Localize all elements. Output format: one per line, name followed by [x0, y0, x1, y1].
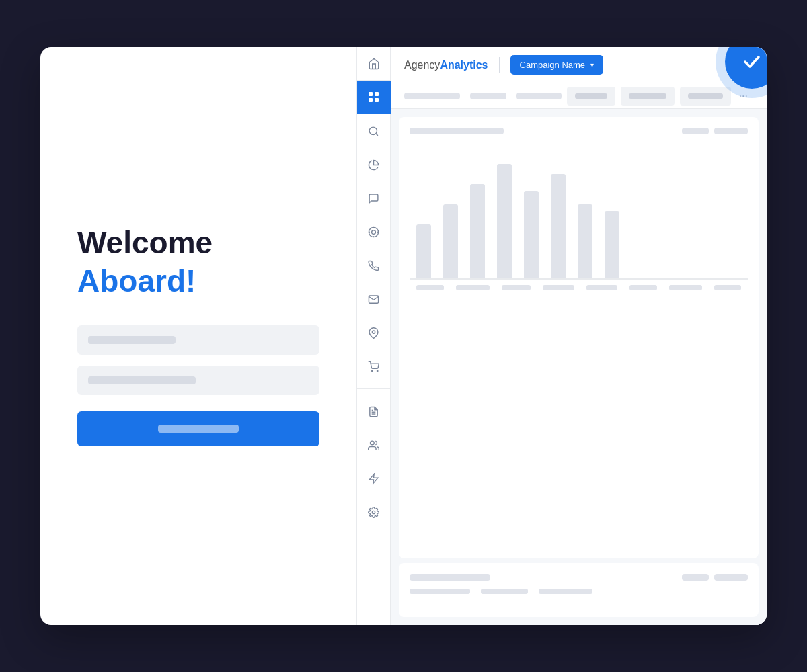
chart-label-7 [669, 285, 702, 290]
chart-label-5 [586, 285, 617, 290]
bar-1a [416, 224, 431, 278]
sidebar [357, 47, 391, 625]
bar-chart [410, 145, 748, 280]
nav-skeleton-2 [470, 93, 506, 99]
bar-group-7 [578, 204, 592, 278]
logo: AgencyAnalytics [404, 59, 488, 71]
bottom-card [399, 563, 759, 617]
svg-line-5 [376, 133, 378, 135]
chart-label-8 [714, 285, 741, 290]
nav-tab-2[interactable] [621, 87, 675, 106]
bar-7a [578, 204, 592, 278]
app-frame: AgencyAnalytics Campaign Name ▾ [357, 47, 767, 625]
main-card: Welcome Aboard! [40, 47, 767, 625]
svg-marker-18 [369, 474, 378, 483]
svg-point-6 [369, 227, 378, 237]
right-panel: AgencyAnalytics Campaign Name ▾ [356, 47, 767, 625]
bar-4a [497, 164, 512, 278]
sidebar-icon-settings[interactable] [357, 495, 391, 529]
bar-group-6 [551, 174, 566, 278]
chart-label-3 [502, 285, 531, 290]
campaign-button[interactable]: Campaign Name ▾ [510, 55, 604, 75]
bottom-card-header [410, 574, 748, 581]
chart-title-skeleton [410, 128, 504, 134]
bar-2a [443, 204, 458, 278]
svg-rect-0 [369, 92, 373, 96]
sidebar-icon-reports[interactable] [357, 148, 391, 181]
bottom-title-skeleton [410, 574, 490, 581]
nav-tab-inner-2 [629, 93, 666, 99]
bottom-skel-2 [481, 589, 528, 594]
campaign-label: Campaign Name [520, 60, 586, 70]
chart-action-2 [714, 128, 748, 134]
sidebar-icon-home[interactable] [357, 47, 391, 81]
input-field-2[interactable] [77, 366, 319, 395]
sidebar-icon-integrations[interactable] [357, 462, 391, 495]
nav-skeleton-3 [516, 93, 562, 99]
chart-action-1 [682, 128, 709, 134]
svg-point-4 [369, 127, 377, 134]
chart-label-1 [416, 285, 444, 290]
bar-group-4 [497, 164, 512, 278]
nav-tab-inner-3 [688, 93, 723, 99]
svg-point-13 [372, 370, 373, 371]
chart-actions [682, 128, 748, 134]
nav-skeleton-1 [404, 93, 460, 99]
top-bar: AgencyAnalytics Campaign Name ▾ [391, 47, 767, 83]
svg-rect-3 [375, 98, 379, 102]
content-area [391, 109, 767, 625]
svg-point-12 [372, 330, 375, 333]
cta-button[interactable] [77, 411, 319, 446]
nav-tab-1[interactable] [567, 87, 615, 106]
logo-divider [499, 57, 500, 73]
svg-point-19 [372, 511, 375, 513]
bottom-skel-1 [410, 589, 470, 594]
welcome-line1: Welcome [77, 226, 319, 260]
bar-group-3 [470, 184, 485, 278]
bottom-action-1 [682, 574, 709, 581]
chart-card-header [410, 128, 748, 134]
logo-agency: Agency [404, 59, 440, 71]
sidebar-icon-email[interactable] [357, 282, 391, 316]
input-field-1[interactable] [77, 325, 319, 355]
sidebar-icon-calls[interactable] [357, 249, 391, 282]
bar-6a [551, 174, 566, 278]
left-panel: Welcome Aboard! [40, 47, 356, 625]
svg-rect-2 [369, 98, 373, 102]
bar-5a [524, 191, 539, 278]
nav-bar: ··· [391, 83, 767, 109]
bottom-action-2 [714, 574, 748, 581]
bottom-actions [682, 574, 748, 581]
bar-group-2 [443, 204, 458, 278]
sidebar-icon-chat[interactable] [357, 181, 391, 215]
sidebar-icon-seo[interactable] [357, 215, 391, 249]
more-options-dots[interactable]: ··· [734, 90, 753, 102]
bar-group-1 [416, 224, 431, 278]
svg-point-14 [377, 370, 377, 371]
chart-label-6 [629, 285, 658, 290]
sidebar-icon-dashboard[interactable] [357, 81, 391, 114]
sidebar-icon-docs[interactable] [357, 394, 391, 428]
bottom-content-skeletons [410, 589, 748, 594]
main-content: AgencyAnalytics Campaign Name ▾ [391, 47, 767, 625]
bottom-skel-3 [539, 589, 592, 594]
bar-8a [605, 211, 619, 278]
sidebar-icon-location[interactable] [357, 316, 391, 349]
svg-point-7 [372, 230, 376, 234]
cta-label-skeleton [158, 425, 239, 433]
bar-group-5 [524, 191, 539, 278]
chart-label-2 [456, 285, 490, 290]
svg-rect-1 [375, 92, 379, 96]
svg-point-17 [371, 441, 375, 445]
bar-group-8 [605, 211, 619, 278]
chart-label-4 [543, 285, 574, 290]
bar-3a [470, 184, 485, 278]
chart-card [399, 117, 759, 558]
sidebar-icon-team[interactable] [357, 428, 391, 462]
sidebar-icon-search[interactable] [357, 114, 391, 148]
sidebar-icon-cart[interactable] [357, 349, 391, 383]
nav-tab-inner-1 [575, 93, 607, 99]
nav-tab-3[interactable] [680, 87, 731, 106]
chart-labels [410, 280, 748, 290]
campaign-arrow: ▾ [590, 61, 594, 69]
